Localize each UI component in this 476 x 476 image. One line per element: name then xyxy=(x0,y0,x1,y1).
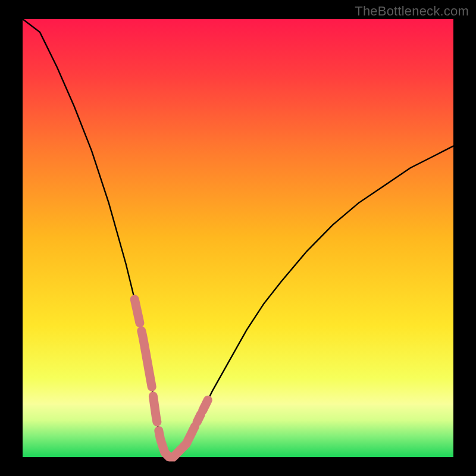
green-band xyxy=(23,405,453,457)
chart-stage: TheBottleneck.com xyxy=(0,0,476,476)
curve-marker-segment xyxy=(134,299,140,323)
plot-area xyxy=(23,19,453,457)
bottleneck-plot xyxy=(0,0,476,476)
watermark-text: TheBottleneck.com xyxy=(355,4,469,19)
curve-marker-segment xyxy=(197,414,201,422)
curve-marker-segment xyxy=(203,400,208,411)
curve-marker-segment xyxy=(153,396,157,422)
